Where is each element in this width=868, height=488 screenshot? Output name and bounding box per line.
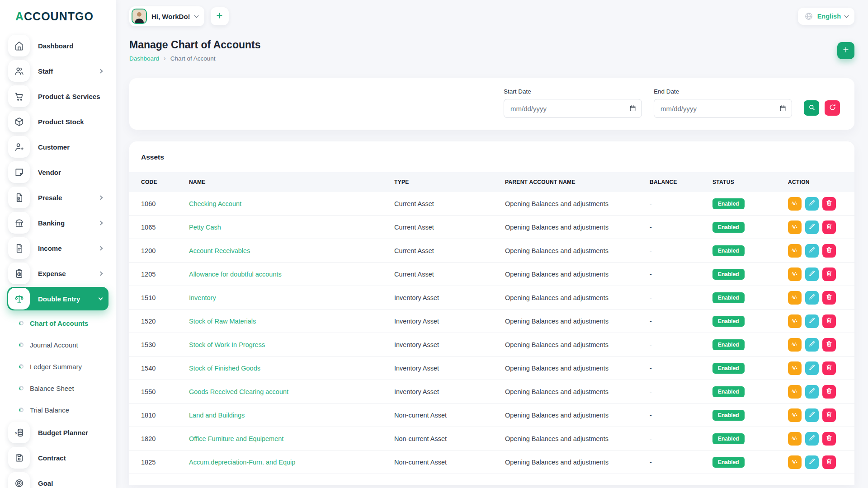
cell-code: 1810: [141, 412, 189, 419]
table-row: 1530 Stock of Work In Progress Inventory…: [129, 333, 854, 357]
cell-parent-account: Opening Balances and adjustments: [505, 224, 650, 231]
delete-button[interactable]: [822, 197, 836, 211]
cell-code: 1200: [141, 247, 189, 254]
account-name-link[interactable]: Stock of Finished Goods: [189, 365, 260, 372]
assets-card: Assets CODE NAME TYPE PARENT ACCOUNT NAM…: [129, 141, 854, 485]
account-name-link[interactable]: Allowance for doubtful accounts: [189, 271, 282, 278]
edit-button[interactable]: [805, 291, 819, 305]
cell-type: Inventory Asset: [394, 294, 505, 301]
edit-button[interactable]: [805, 314, 819, 328]
delete-button[interactable]: [822, 432, 836, 446]
start-date-input[interactable]: [504, 99, 642, 118]
end-date-input[interactable]: [654, 99, 792, 118]
delete-button[interactable]: [822, 244, 836, 258]
account-name-link[interactable]: Inventory: [189, 294, 216, 301]
sidebar-menu: Dashboard Staff Product & Services: [0, 34, 116, 488]
sidebar-subitem-ledger-summary[interactable]: Ledger Summary: [7, 356, 108, 377]
status-badge: Enabled: [712, 386, 745, 397]
sidebar-item-expense[interactable]: $ Expense: [7, 262, 108, 285]
sidebar-subitem-chart-of-accounts[interactable]: Chart of Accounts: [7, 312, 108, 334]
delete-button[interactable]: [822, 361, 836, 375]
sidebar-item-customer[interactable]: Customer: [7, 135, 108, 159]
edit-button[interactable]: [805, 455, 819, 469]
transactions-button[interactable]: [788, 408, 802, 422]
quick-add-button[interactable]: [211, 7, 229, 25]
delete-button[interactable]: [822, 338, 836, 352]
sidebar-item-product-services[interactable]: Product & Services: [7, 84, 108, 108]
plus-icon: [215, 11, 224, 21]
row-actions: [788, 361, 844, 375]
edit-button[interactable]: [805, 361, 819, 375]
sidebar-item-product-stock[interactable]: Product Stock: [7, 110, 108, 133]
delete-button[interactable]: [822, 314, 836, 328]
sidebar-item-dashboard[interactable]: Dashboard: [7, 34, 108, 57]
transactions-button[interactable]: [788, 361, 802, 375]
user-menu-trigger[interactable]: Hi, WorkDo!: [129, 6, 204, 26]
edit-button[interactable]: [805, 338, 819, 352]
edit-button[interactable]: [805, 385, 819, 399]
account-name-link[interactable]: Stock of Raw Materials: [189, 318, 256, 325]
edit-button[interactable]: [805, 408, 819, 422]
sidebar-item-staff[interactable]: Staff: [7, 59, 108, 83]
language-selector[interactable]: English: [798, 8, 854, 25]
sidebar-subitem-journal-account[interactable]: Journal Account: [7, 334, 108, 356]
transactions-button[interactable]: [788, 432, 802, 446]
transactions-button[interactable]: [788, 267, 802, 281]
delete-button[interactable]: [822, 455, 836, 469]
sidebar: ACCOUNTGO Dashboard Staff Product & Ser: [0, 0, 116, 488]
trash-icon: [826, 387, 833, 396]
search-button[interactable]: [804, 100, 819, 116]
transactions-button[interactable]: [788, 291, 802, 305]
edit-button[interactable]: [805, 267, 819, 281]
account-name-link[interactable]: Goods Received Clearing account: [189, 388, 288, 395]
create-account-button[interactable]: [837, 42, 854, 59]
cell-type: Inventory Asset: [394, 341, 505, 348]
delete-button[interactable]: [822, 291, 836, 305]
trash-icon: [826, 411, 833, 419]
sidebar-item-banking[interactable]: Banking: [7, 211, 108, 235]
sidebar-item-presale[interactable]: Presale: [7, 186, 108, 209]
column-header-parent: PARENT ACCOUNT NAME: [505, 179, 650, 185]
account-name-link[interactable]: Account Receivables: [189, 247, 250, 254]
breadcrumb-home-link[interactable]: Dashboard: [129, 55, 159, 62]
cell-parent-account: Opening Balances and adjustments: [505, 247, 650, 254]
transactions-button[interactable]: [788, 197, 802, 211]
transactions-button[interactable]: [788, 385, 802, 399]
edit-button[interactable]: [805, 244, 819, 258]
sidebar-item-income[interactable]: Income: [7, 236, 108, 260]
trash-icon: [826, 434, 833, 443]
account-name-link[interactable]: Stock of Work In Progress: [189, 341, 265, 348]
cell-parent-account: Opening Balances and adjustments: [505, 388, 650, 395]
transactions-button[interactable]: [788, 314, 802, 328]
transactions-button[interactable]: [788, 455, 802, 469]
reset-button[interactable]: [825, 100, 840, 116]
account-name-link[interactable]: Checking Account: [189, 200, 241, 207]
start-date-field: Start Date: [504, 88, 642, 118]
delete-button[interactable]: [822, 408, 836, 422]
sidebar-item-goal[interactable]: Goal: [7, 471, 108, 488]
sidebar-subitem-balance-sheet[interactable]: Balance Sheet: [7, 377, 108, 399]
edit-button[interactable]: [805, 221, 819, 234]
delete-button[interactable]: [822, 221, 836, 234]
coins-icon: $: [8, 422, 30, 443]
delete-button[interactable]: [822, 267, 836, 281]
sidebar-subitem-trial-balance[interactable]: Trial Balance: [7, 399, 108, 421]
sidebar-item-contract[interactable]: Contract: [7, 446, 108, 469]
account-name-link[interactable]: Accum.depreciation-Furn. and Equip: [189, 459, 295, 466]
transactions-button[interactable]: [788, 244, 802, 258]
edit-button[interactable]: [805, 197, 819, 211]
wave-icon: [791, 411, 798, 419]
sidebar-item-budget-planner[interactable]: $ Budget Planner: [7, 421, 108, 444]
trash-icon: [826, 199, 833, 208]
sidebar-item-vendor[interactable]: Vendor: [7, 160, 108, 184]
account-name-link[interactable]: Petty Cash: [189, 224, 221, 231]
edit-button[interactable]: [805, 432, 819, 446]
transactions-button[interactable]: [788, 338, 802, 352]
account-name-link[interactable]: Land and Buildings: [189, 412, 245, 419]
account-name-link[interactable]: Office Furniture and Equipement: [189, 435, 283, 442]
delete-button[interactable]: [822, 385, 836, 399]
sidebar-item-double-entry[interactable]: Double Entry: [7, 287, 108, 310]
transactions-button[interactable]: [788, 221, 802, 234]
rotate-icon: [829, 103, 836, 113]
table-row: 1200 Account Receivables Current Asset O…: [129, 239, 854, 263]
